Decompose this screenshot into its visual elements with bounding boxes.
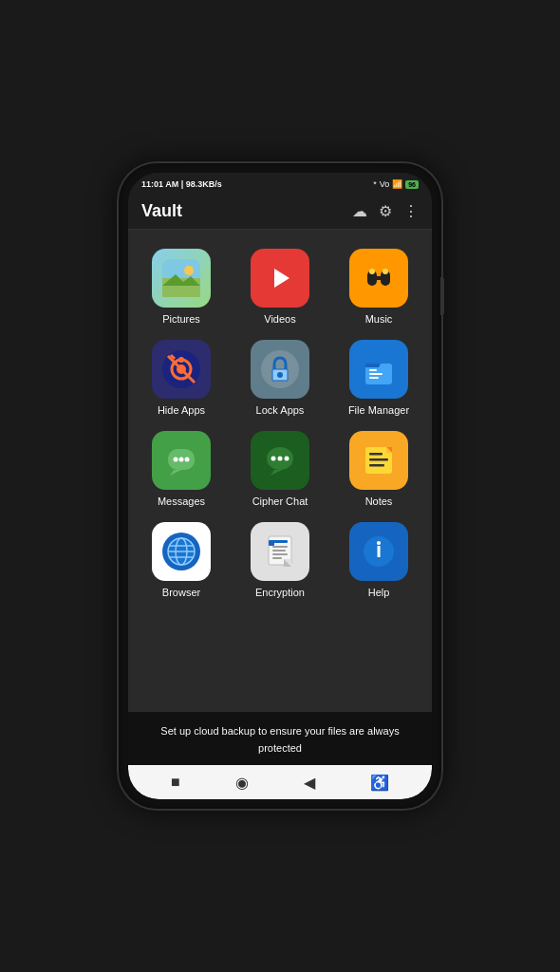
app-item-encryption[interactable]: Encryption (238, 522, 322, 598)
app-item-notes[interactable]: Notes (337, 431, 420, 507)
svg-rect-11 (372, 276, 385, 280)
svg-rect-52 (269, 540, 274, 546)
app-item-file-manager[interactable]: File Manager (337, 340, 420, 416)
bluetooth-icon: * (373, 179, 377, 189)
more-menu-button[interactable]: ⋮ (403, 202, 419, 220)
status-bar: 11:01 AM | 98.3KB/s * Vo 📶 96 (128, 173, 432, 194)
svg-point-33 (285, 457, 289, 461)
svg-point-26 (179, 458, 184, 462)
app-item-messages[interactable]: Messages (140, 431, 223, 507)
app-item-lock-apps[interactable]: Lock Apps (238, 340, 322, 416)
notes-label: Notes (365, 495, 393, 507)
svg-point-25 (174, 458, 178, 462)
svg-rect-38 (369, 458, 388, 461)
cipher-chat-icon (251, 431, 309, 490)
app-bar: Vault ☁ ⚙ ⋮ (128, 194, 432, 230)
svg-rect-37 (369, 453, 383, 456)
pictures-label: Pictures (162, 313, 200, 325)
volume-button (440, 277, 444, 315)
svg-rect-53 (272, 546, 288, 548)
bottom-banner[interactable]: Set up cloud backup to ensure your files… (128, 712, 432, 765)
app-item-cipher-chat[interactable]: Cipher Chat (238, 431, 322, 507)
svg-rect-39 (369, 464, 384, 467)
pictures-icon (152, 249, 211, 308)
phone-frame: 11:01 AM | 98.3KB/s * Vo 📶 96 Vault ☁ ⚙ … (119, 163, 441, 809)
app-title: Vault (141, 201, 182, 221)
videos-icon (251, 249, 309, 308)
svg-rect-9 (369, 269, 375, 274)
svg-point-31 (271, 457, 276, 461)
nav-bar: ■ ◉ ◀ ♿ (128, 765, 432, 799)
app-grid: Pictures Videos (136, 245, 424, 602)
svg-point-2 (184, 266, 194, 275)
lock-apps-label: Lock Apps (256, 404, 305, 416)
home-button[interactable]: ◉ (235, 774, 249, 792)
file-manager-label: File Manager (348, 404, 409, 416)
toolbar-icons: ☁ ⚙ ⋮ (352, 202, 419, 220)
encryption-label: Encryption (255, 587, 305, 598)
battery-indicator: 96 (405, 180, 419, 189)
app-item-videos[interactable]: Videos (238, 249, 322, 325)
svg-point-27 (185, 458, 190, 462)
encryption-icon (251, 522, 309, 581)
accessibility-button[interactable]: ♿ (370, 774, 389, 792)
svg-rect-55 (272, 553, 288, 555)
app-item-help[interactable]: i Help (337, 522, 420, 598)
app-item-hide-apps[interactable]: Hide Apps (140, 340, 223, 416)
svg-point-32 (278, 457, 283, 461)
svg-point-62 (377, 541, 381, 545)
svg-rect-51 (272, 540, 288, 543)
hide-apps-label: Hide Apps (158, 404, 205, 416)
lock-apps-icon (251, 340, 309, 399)
status-icons: * Vo 📶 96 (373, 179, 419, 189)
main-content: Pictures Videos (128, 230, 432, 712)
cipher-chat-label: Cipher Chat (252, 495, 308, 507)
settings-button[interactable]: ⚙ (379, 202, 392, 220)
svg-rect-21 (369, 373, 383, 375)
svg-rect-22 (369, 377, 379, 379)
svg-rect-56 (272, 557, 282, 559)
svg-point-17 (277, 372, 283, 378)
videos-label: Videos (264, 313, 295, 325)
notes-icon (349, 431, 408, 490)
svg-point-15 (178, 357, 184, 363)
music-icon (349, 249, 408, 308)
help-icon: i (349, 522, 408, 581)
messages-icon (152, 431, 211, 490)
status-time: 11:01 AM | 98.3KB/s (141, 179, 222, 189)
browser-label: Browser (162, 587, 200, 598)
back-button[interactable]: ◀ (304, 774, 315, 792)
hide-apps-icon (152, 340, 211, 399)
svg-rect-10 (383, 269, 388, 274)
music-label: Music (365, 313, 393, 325)
phone-screen: 11:01 AM | 98.3KB/s * Vo 📶 96 Vault ☁ ⚙ … (128, 173, 432, 799)
signal-vo: Vo (380, 179, 390, 189)
help-label: Help (368, 587, 390, 598)
app-item-pictures[interactable]: Pictures (140, 249, 223, 325)
app-item-music[interactable]: Music (337, 249, 420, 325)
browser-icon (152, 522, 211, 581)
cloud-button[interactable]: ☁ (352, 202, 367, 220)
recents-button[interactable]: ■ (171, 774, 180, 791)
file-manager-icon (349, 340, 408, 399)
wifi-icon: 📶 (392, 179, 402, 189)
svg-rect-20 (369, 369, 377, 371)
banner-text: Set up cloud backup to ensure your files… (160, 725, 399, 754)
svg-rect-54 (272, 550, 286, 551)
app-item-browser[interactable]: Browser (140, 522, 223, 598)
messages-label: Messages (158, 495, 205, 507)
